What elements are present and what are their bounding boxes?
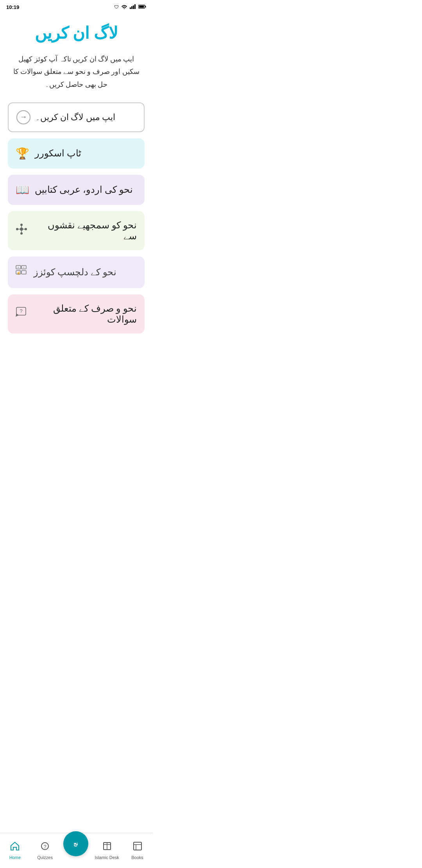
books-card[interactable]: نحو کی اردو، عربی کتابیں 📖: [8, 175, 145, 205]
quizzes-card[interactable]: نحو کے دلچسپ کوئزز A C ☝: [8, 256, 145, 288]
nav-islamic-desk-label: Islamic Desk: [95, 855, 119, 860]
svg-rect-0: [130, 7, 131, 9]
svg-point-7: [20, 228, 23, 231]
bottom-nav: Home ? Quizzes نج Islamic Desk: [0, 833, 152, 868]
login-button-text: ایپ میں لاگ ان کریں۔: [35, 112, 115, 122]
svg-rect-3: [134, 4, 136, 9]
diagrams-text: نحو کو سمجھیے نقشوں سے: [33, 220, 137, 242]
nav-islamic-desk[interactable]: Islamic Desk: [95, 841, 119, 860]
nav-books-label: Books: [131, 855, 143, 860]
books-icon: 📖: [16, 183, 29, 196]
svg-point-9: [25, 228, 27, 230]
books-nav-icon: [132, 841, 143, 854]
nav-home-label: Home: [9, 855, 21, 860]
questions-icon: ?: [16, 307, 28, 321]
nav-center[interactable]: نج: [63, 831, 88, 858]
svg-point-11: [20, 232, 23, 235]
questions-text: نحو و صرف کے متعلق سوالات: [34, 303, 137, 325]
svg-text:A: A: [18, 266, 19, 269]
home-icon: [10, 841, 20, 854]
status-bar: 10:19 🛡: [0, 0, 152, 14]
page-description: ایپ میں لاگ ان کریں تاکہ آپ کوئز کھیل سک…: [8, 53, 145, 91]
questions-card[interactable]: نحو و صرف کے متعلق سوالات ?: [8, 294, 145, 334]
svg-rect-6: [139, 5, 144, 7]
svg-text:C: C: [23, 266, 25, 269]
svg-rect-30: [134, 842, 141, 850]
nav-logo-circle: نج: [63, 831, 88, 856]
quizzes-icon: A C ☝: [16, 265, 28, 280]
status-icons: 🛡: [114, 4, 146, 10]
battery-icon: [138, 4, 146, 10]
top-scores-text: ٹاپ اسکورر: [35, 148, 81, 159]
top-scores-card[interactable]: ٹاپ اسکورر 🏆: [8, 138, 145, 169]
svg-rect-1: [131, 6, 132, 9]
svg-rect-22: [21, 271, 26, 274]
quizzes-text: نحو کے دلچسپ کوئزز: [34, 267, 116, 278]
books-text: نحو کی اردو، عربی کتابیں: [35, 184, 133, 195]
islamic-desk-icon: [102, 841, 112, 854]
shield-icon: 🛡: [114, 4, 119, 10]
signal-icon: [130, 4, 136, 10]
svg-rect-2: [133, 5, 134, 9]
wifi-icon: [121, 4, 127, 10]
nav-books[interactable]: Books: [126, 841, 149, 860]
nav-quizzes[interactable]: ? Quizzes: [33, 841, 57, 860]
svg-point-8: [16, 228, 18, 230]
diagrams-icon: [16, 223, 27, 238]
svg-text:?: ?: [20, 308, 22, 314]
svg-text:☝: ☝: [16, 271, 21, 275]
login-button[interactable]: ایپ میں لاگ ان کریں۔ →: [8, 102, 145, 132]
nav-quizzes-label: Quizzes: [37, 855, 53, 860]
quizzes-nav-icon: ?: [40, 841, 50, 854]
top-scores-icon: 🏆: [16, 147, 29, 160]
page-title: لاگ ان کریں: [35, 22, 118, 45]
svg-rect-5: [145, 6, 146, 7]
nav-home[interactable]: Home: [3, 841, 27, 860]
status-time: 10:19: [6, 4, 19, 10]
svg-point-10: [20, 224, 23, 226]
svg-text:?: ?: [43, 844, 46, 850]
diagrams-card[interactable]: نحو کو سمجھیے نقشوں سے: [8, 211, 145, 250]
login-arrow-icon: →: [16, 110, 30, 124]
main-content: لاگ ان کریں ایپ میں لاگ ان کریں تاکہ آپ …: [0, 14, 152, 379]
